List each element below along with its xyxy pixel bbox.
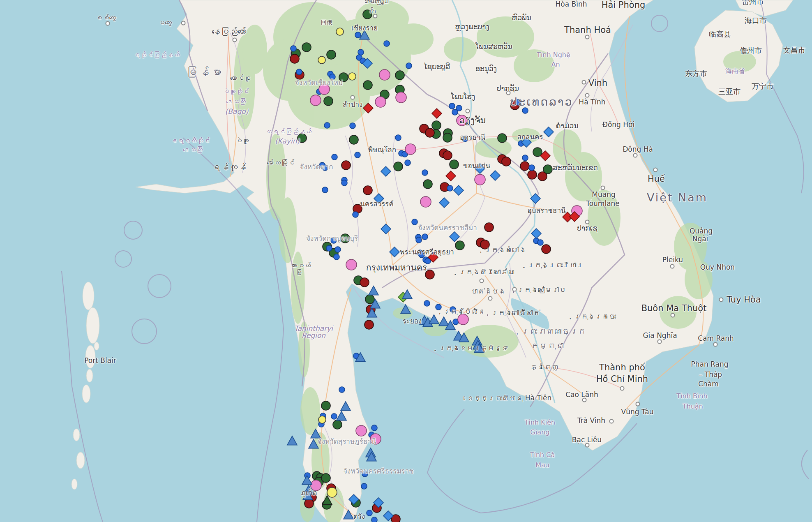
map-marker-blue[interactable]: [422, 234, 428, 240]
map-marker-blue[interactable]: [330, 74, 335, 80]
map-marker-green[interactable]: [302, 43, 311, 52]
map-marker-blue[interactable]: [331, 413, 337, 419]
map-marker-green[interactable]: [394, 162, 403, 171]
map-marker-blue[interactable]: [395, 135, 401, 141]
map-marker-red[interactable]: [528, 170, 537, 179]
map-marker-yellow[interactable]: [348, 73, 356, 80]
map-marker-green[interactable]: [321, 473, 330, 483]
map-marker-green[interactable]: [450, 160, 459, 169]
map-marker-blue[interactable]: [450, 307, 456, 312]
map-marker-green[interactable]: [443, 133, 452, 142]
map-marker-pink[interactable]: [379, 69, 390, 80]
map-marker-green[interactable]: [455, 241, 464, 250]
map-marker-green[interactable]: [349, 135, 358, 144]
map-marker-blue[interactable]: [436, 304, 441, 310]
map-marker-pink[interactable]: [356, 425, 367, 436]
map-marker-blue[interactable]: [419, 252, 424, 258]
map-marker-red[interactable]: [360, 278, 369, 287]
map-marker-green[interactable]: [498, 134, 507, 143]
map-marker-red[interactable]: [520, 162, 529, 171]
map-marker-blue[interactable]: [537, 240, 543, 245]
map-marker-red[interactable]: [502, 157, 511, 166]
map-marker-blue[interactable]: [324, 122, 330, 128]
map-marker-pink[interactable]: [311, 480, 321, 491]
map-marker-blue[interactable]: [384, 41, 390, 46]
map-marker-green[interactable]: [333, 420, 342, 429]
map-marker-red[interactable]: [484, 223, 494, 232]
map-marker-blue[interactable]: [405, 160, 411, 166]
map-marker-red[interactable]: [304, 499, 314, 508]
map-marker-blue[interactable]: [296, 69, 302, 75]
map-marker-green[interactable]: [339, 73, 348, 82]
map-marker-blue[interactable]: [422, 170, 428, 176]
map-marker-green[interactable]: [321, 401, 330, 410]
map-marker-red[interactable]: [341, 161, 351, 170]
map-marker-blue[interactable]: [332, 154, 337, 160]
map-marker-blue[interactable]: [371, 517, 377, 522]
map-marker-blue[interactable]: [291, 46, 296, 51]
map-marker-blue[interactable]: [355, 152, 360, 158]
map-viewport[interactable]: စစ်တွေမကွေးနေပြည်တော်ရခိုင်ပြည်နယ်မြန်မာ…: [0, 0, 812, 522]
map-marker-blue[interactable]: [412, 219, 418, 225]
map-marker-blue[interactable]: [452, 109, 458, 115]
map-marker-blue[interactable]: [522, 155, 528, 161]
map-marker-green[interactable]: [363, 81, 372, 90]
map-marker-blue[interactable]: [339, 387, 345, 393]
map-marker-green[interactable]: [395, 71, 404, 80]
map-marker-blue[interactable]: [334, 254, 339, 260]
map-marker-blue[interactable]: [341, 180, 347, 186]
map-marker-green[interactable]: [365, 295, 374, 304]
map-marker-yellow[interactable]: [336, 28, 344, 35]
map-marker-pink[interactable]: [457, 115, 467, 126]
map-marker-yellowlg[interactable]: [327, 487, 337, 497]
map-marker-green[interactable]: [363, 10, 372, 19]
map-marker-green[interactable]: [341, 234, 350, 243]
map-marker-blue[interactable]: [449, 103, 455, 109]
map-marker-blue[interactable]: [353, 212, 358, 217]
map-marker-blue[interactable]: [416, 237, 422, 243]
map-marker-blue[interactable]: [358, 49, 364, 55]
map-marker-blue[interactable]: [367, 510, 372, 516]
map-marker-blue[interactable]: [424, 300, 430, 306]
map-marker-green[interactable]: [327, 50, 336, 59]
map-marker-blue[interactable]: [322, 165, 328, 171]
map-marker-green[interactable]: [432, 121, 441, 130]
map-marker-red[interactable]: [425, 128, 434, 137]
map-marker-blue[interactable]: [335, 247, 341, 252]
map-marker-pink[interactable]: [310, 95, 321, 106]
map-marker-yellow[interactable]: [318, 416, 326, 423]
map-marker-red[interactable]: [538, 172, 547, 181]
map-marker-pink[interactable]: [396, 92, 406, 103]
map-marker-pink[interactable]: [370, 434, 381, 444]
map-marker-blue[interactable]: [362, 471, 368, 477]
map-marker-blue[interactable]: [371, 425, 377, 431]
map-marker-red[interactable]: [363, 186, 372, 195]
map-marker-red[interactable]: [364, 320, 374, 329]
map-marker-pink[interactable]: [420, 196, 431, 207]
map-marker-pink[interactable]: [375, 97, 386, 107]
map-marker-red[interactable]: [480, 240, 489, 249]
map-marker-blue[interactable]: [322, 187, 328, 193]
map-marker-red[interactable]: [290, 54, 299, 63]
map-marker-blue[interactable]: [462, 136, 468, 142]
map-marker-blue[interactable]: [522, 108, 528, 113]
map-marker-blue[interactable]: [331, 238, 337, 243]
map-marker-blue[interactable]: [406, 63, 412, 69]
map-marker-pink[interactable]: [475, 174, 485, 185]
map-marker-pink[interactable]: [458, 314, 468, 325]
map-marker-red[interactable]: [443, 151, 452, 160]
map-marker-blue[interactable]: [355, 32, 361, 38]
map-marker-pink[interactable]: [319, 84, 330, 95]
map-marker-yellow[interactable]: [318, 56, 325, 64]
map-marker-blue[interactable]: [529, 165, 535, 171]
map-marker-green[interactable]: [324, 97, 333, 106]
map-marker-red[interactable]: [425, 270, 434, 279]
map-marker-blue[interactable]: [350, 123, 355, 129]
map-marker-blue[interactable]: [447, 185, 453, 191]
map-marker-pink[interactable]: [346, 259, 357, 270]
map-marker-green[interactable]: [298, 134, 307, 143]
map-marker-blue[interactable]: [326, 245, 332, 251]
map-marker-red[interactable]: [542, 245, 551, 254]
map-marker-blue[interactable]: [515, 99, 521, 105]
map-marker-green[interactable]: [423, 180, 432, 189]
